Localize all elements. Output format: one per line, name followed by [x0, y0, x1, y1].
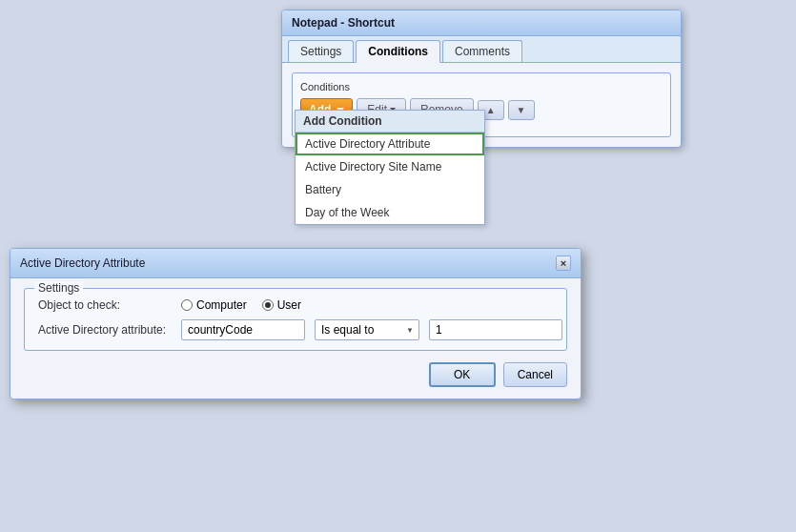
- radio-computer[interactable]: Computer: [181, 298, 247, 312]
- settings-group: Settings Object to check: Computer User: [24, 288, 567, 351]
- settings-legend: Settings: [34, 281, 83, 295]
- ad-attribute-dialog: Active Directory Attribute × Settings Ob…: [10, 248, 582, 399]
- attribute-value-input[interactable]: [429, 319, 562, 340]
- add-condition-dropdown: Add Condition Active Directory Attribute…: [295, 110, 485, 225]
- ad-attribute-body: Settings Object to check: Computer User: [10, 278, 581, 399]
- object-to-check-row: Object to check: Computer User: [38, 298, 553, 312]
- dropdown-header: Add Condition: [296, 111, 484, 133]
- object-to-check-label: Object to check:: [38, 298, 172, 312]
- tab-comments[interactable]: Comments: [442, 40, 522, 62]
- notepad-tabs: Settings Conditions Comments: [282, 36, 681, 63]
- condition-select[interactable]: Is equal to Is not equal to Contains Doe…: [315, 319, 419, 340]
- attribute-name-input[interactable]: [181, 319, 305, 340]
- ad-attribute-label: Active Directory attribute:: [38, 323, 172, 337]
- move-down-button[interactable]: ▼: [508, 100, 535, 120]
- radio-user[interactable]: User: [262, 298, 301, 312]
- dialog-buttons: OK Cancel: [24, 360, 567, 387]
- close-button[interactable]: ×: [556, 256, 571, 271]
- notepad-title: Notepad - Shortcut: [292, 16, 395, 30]
- dropdown-item-day-of-week[interactable]: Day of the Week: [296, 201, 484, 224]
- radio-group: Computer User: [181, 298, 301, 312]
- radio-computer-circle: [181, 299, 193, 311]
- dropdown-item-ad-site[interactable]: Active Directory Site Name: [296, 155, 484, 178]
- tab-settings[interactable]: Settings: [288, 40, 354, 62]
- cancel-button[interactable]: Cancel: [503, 362, 567, 387]
- ad-attribute-title: Active Directory Attribute: [20, 256, 145, 270]
- notepad-titlebar: Notepad - Shortcut: [282, 10, 681, 36]
- dropdown-item-battery[interactable]: Battery: [296, 178, 484, 201]
- tab-conditions[interactable]: Conditions: [356, 40, 440, 63]
- ad-attribute-row: Active Directory attribute: Is equal to …: [38, 319, 553, 340]
- dropdown-item-ad-attribute[interactable]: Active Directory Attribute: [296, 133, 484, 155]
- condition-select-wrapper: Is equal to Is not equal to Contains Doe…: [315, 319, 419, 340]
- radio-user-circle: [262, 299, 274, 311]
- ok-button[interactable]: OK: [429, 362, 496, 387]
- ad-attribute-titlebar: Active Directory Attribute ×: [10, 249, 581, 278]
- conditions-group-label: Conditions: [300, 81, 663, 92]
